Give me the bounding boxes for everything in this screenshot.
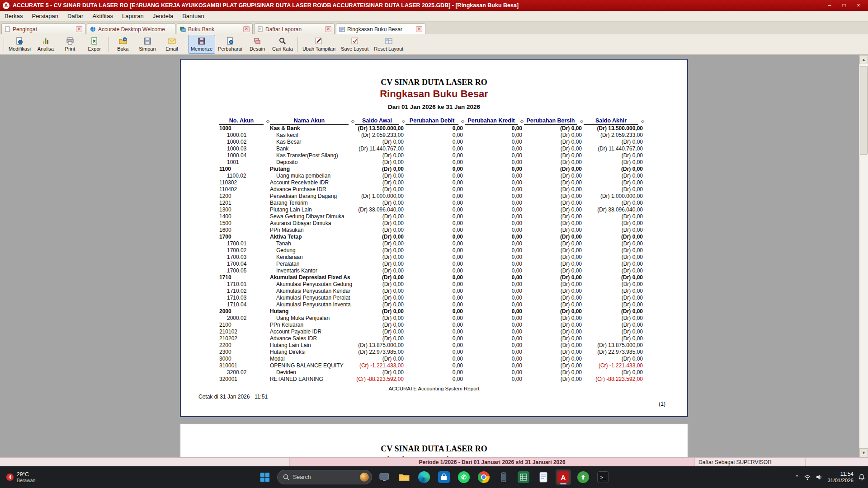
table-row[interactable]: 1001Deposito(Dr) 0,000,000,00(Dr) 0,00(D… <box>218 159 644 165</box>
table-row[interactable]: 210102Account Payable IDR(Dr) 0,000,000,… <box>218 328 644 335</box>
minimize-button[interactable]: – <box>823 1 836 9</box>
table-row[interactable]: 1100Piutang(Dr) 0,000,000,00(Dr) 0,00(Dr… <box>218 165 644 172</box>
table-row[interactable]: 1000.01Kas kecil(Dr) 2.059.233,000,000,0… <box>218 131 644 138</box>
memorize-button[interactable]: Memorize <box>188 35 215 54</box>
table-row[interactable]: 3200.02Deviden(Dr) 0,000,000,00(Dr) 0,00… <box>218 369 644 375</box>
file-explorer-icon[interactable] <box>396 469 412 485</box>
tab-accurate-desktop-welcome[interactable]: Accurate Desktop Welcome <box>87 23 175 34</box>
store-icon[interactable] <box>436 469 452 485</box>
print-button[interactable]: Print <box>58 35 82 54</box>
sort-diamond-icon[interactable]: ◇ <box>641 119 644 123</box>
taskbar-search[interactable]: Search <box>277 470 372 484</box>
table-row[interactable]: 1700.03Kendaraan(Dr) 0,000,000,00(Dr) 0,… <box>218 253 644 260</box>
chevron-up-icon[interactable]: ⌃ <box>795 474 800 481</box>
vertical-scrollbar[interactable]: ▲ ▼ <box>859 55 868 457</box>
header-saldo-awal[interactable]: Saldo Awal◇ <box>354 117 405 125</box>
menu-jendela[interactable]: Jendela <box>148 11 178 21</box>
table-row[interactable]: 1700Aktiva Tetap(Dr) 0,000,000,00(Dr) 0,… <box>218 233 644 240</box>
tab-buku-bank[interactable]: Buku Bank ✕ <box>177 23 253 34</box>
table-row[interactable]: 1700.02Gedung(Dr) 0,000,000,00(Dr) 0,00(… <box>218 247 644 253</box>
header-saldo-akhir[interactable]: Saldo Akhir◇ <box>583 117 644 125</box>
edge-icon[interactable] <box>416 469 432 485</box>
scroll-up-arrow[interactable]: ▲ <box>859 55 868 64</box>
table-row[interactable]: 1710.01Akumulasi Penyusutan Gedung(Dr) 0… <box>218 281 644 287</box>
phone-link-icon[interactable] <box>496 469 511 485</box>
table-row[interactable]: 2000.02Uang Muka Penjualan(Dr) 0,000,000… <box>218 314 644 321</box>
wifi-icon[interactable] <box>804 474 811 480</box>
tab-daftar-laporan[interactable]: Daftar Laporan ✕ <box>254 23 335 34</box>
simpan-button[interactable]: Simpan <box>135 35 160 54</box>
table-row[interactable]: 1100.02Uang muka pembelian(Dr) 0,000,000… <box>218 172 644 179</box>
table-row[interactable]: 1710Akumulasi Depresiasi Fixed As(Dr) 0,… <box>218 274 644 281</box>
perbaharui-button[interactable]: Perbaharui <box>215 35 245 54</box>
menu-aktifitas[interactable]: Aktifitas <box>88 11 118 21</box>
whatsapp-icon[interactable]: ✆ <box>456 469 472 485</box>
tab-pengingat[interactable]: Pengingat ✕ <box>1 23 85 34</box>
volume-icon[interactable] <box>816 474 823 480</box>
accurate-app-icon[interactable]: A <box>556 469 571 485</box>
menu-laporan[interactable]: Laporan <box>118 11 148 21</box>
table-row[interactable]: 1710.04Akumulasi Penyusutan Inventa(Dr) … <box>218 301 644 308</box>
tab-close-icon[interactable]: ✕ <box>416 26 422 32</box>
tab-close-icon[interactable]: ✕ <box>325 26 331 32</box>
table-row[interactable]: 1000.04Kas Transfer(Post Silang)(Dr) 0,0… <box>218 152 644 159</box>
header-perubahan-kredit[interactable]: Perubahan Kredit◇ <box>464 117 523 125</box>
header-nama-akun[interactable]: Nama Akun◇ <box>269 117 354 125</box>
table-row[interactable]: 2100PPn Keluaran(Dr) 0,000,000,00(Dr) 0,… <box>218 321 644 328</box>
header-perubahan-debit[interactable]: Perubahan Debit◇ <box>405 117 464 125</box>
table-row[interactable]: 320001RETAINED EARNING(Cr) -88.223.592,0… <box>218 375 644 382</box>
header-no-akun[interactable]: No. Akun◇ <box>218 117 269 125</box>
table-row[interactable]: 1000.02Kas Besar(Dr) 0,000,000,00(Dr) 0,… <box>218 138 644 145</box>
cari-kata-button[interactable]: Cari Kata <box>269 35 296 54</box>
menu-berkas[interactable]: Berkas <box>0 11 27 21</box>
start-button[interactable] <box>257 469 273 485</box>
table-row[interactable]: 2000Hutang(Dr) 0,000,000,00(Dr) 0,00(Dr)… <box>218 308 644 314</box>
menu-persiapan[interactable]: Persiapan <box>27 11 63 21</box>
table-row[interactable]: 1600PPn Masukan(Dr) 0,000,000,00(Dr) 0,0… <box>218 226 644 233</box>
notifications-button[interactable] <box>858 474 865 481</box>
table-row[interactable]: 310001OPENING BALANCE EQUITY(Cr) -1.221.… <box>218 362 644 369</box>
table-row[interactable]: 1000Kas & Bank(Dr) 13.500.000,000,000,00… <box>218 125 644 131</box>
weather-widget[interactable]: 4 29°C Berawan <box>0 466 42 488</box>
table-row[interactable]: 1700.04Peralatan(Dr) 0,000,000,00(Dr) 0,… <box>218 260 644 267</box>
menu-daftar[interactable]: Daftar <box>63 11 88 21</box>
taskbar-clock[interactable]: 11:54 31/01/2026 <box>827 471 854 483</box>
close-button[interactable]: × <box>852 1 865 9</box>
table-row[interactable]: 1700.01Tanah(Dr) 0,000,000,00(Dr) 0,00(D… <box>218 240 644 247</box>
table-row[interactable]: 210202Advance Sales IDR(Dr) 0,000,000,00… <box>218 335 644 342</box>
scrollbar-thumb[interactable] <box>860 66 868 155</box>
tab-ringkasan-buku-besar[interactable]: Ringkasan Buku Besar ✕ <box>336 23 425 34</box>
green-app-icon[interactable]: ⬆ <box>576 469 591 485</box>
table-row[interactable]: 1000.03Bank(Dr) 11.440.767,000,000,00(Dr… <box>218 145 644 152</box>
table-row[interactable]: 2200Hutang Lain Lain(Dr) 13.875.000,000,… <box>218 342 644 348</box>
table-row[interactable]: 1200Persediaan Barang Dagang(Dr) 1.000.0… <box>218 192 644 199</box>
table-row[interactable]: 1710.03Akumulasi Penyusutan Peralat(Dr) … <box>218 294 644 301</box>
save-layout-button[interactable]: Save Layout <box>338 35 371 54</box>
table-row[interactable]: 1201Barang Terkirim(Dr) 0,000,000,00(Dr)… <box>218 199 644 206</box>
notepad-icon[interactable] <box>536 469 551 485</box>
chrome-icon[interactable] <box>476 469 491 485</box>
table-row[interactable]: 2300Hutang Direksi(Dr) 22.973.985,000,00… <box>218 348 644 355</box>
maximize-button[interactable]: □ <box>837 1 851 9</box>
table-row[interactable]: 110302Account Receivable IDR(Dr) 0,000,0… <box>218 179 644 186</box>
analisa-button[interactable]: Analisa <box>33 35 58 54</box>
table-row[interactable]: 3000Modal(Dr) 0,000,000,00(Dr) 0,00(Dr) … <box>218 355 644 362</box>
modifikasi-button[interactable]: Modifikasi <box>6 35 33 54</box>
header-perubahan-bersih[interactable]: Perubahan Bersih◇ <box>523 117 583 125</box>
scroll-down-arrow[interactable]: ▼ <box>859 448 868 457</box>
desktop-app-icon[interactable] <box>377 469 392 485</box>
buka-button[interactable]: Buka <box>111 35 135 54</box>
email-button[interactable]: Email <box>160 35 184 54</box>
expor-button[interactable]: Expor <box>82 35 107 54</box>
desain-button[interactable]: Desain <box>245 35 269 54</box>
table-row[interactable]: 1710.02Akumulasi Penyusutan Kendar(Dr) 0… <box>218 287 644 294</box>
reset-layout-button[interactable]: Reset Layout <box>371 35 406 54</box>
table-row[interactable]: 1700.05Inventaris Kantor(Dr) 0,000,000,0… <box>218 267 644 274</box>
tab-close-icon[interactable]: ✕ <box>76 26 82 32</box>
tab-close-icon[interactable]: ✕ <box>243 26 250 32</box>
spreadsheet-app-icon[interactable] <box>516 469 531 485</box>
ubah-tampilan-button[interactable]: Ubah Tampilan <box>300 35 338 54</box>
menu-bantuan[interactable]: Bantuan <box>178 11 208 21</box>
terminal-icon[interactable]: >_ <box>595 469 611 485</box>
table-row[interactable]: 1500Asuransi Dibayar Dimuka(Dr) 0,000,00… <box>218 220 644 226</box>
